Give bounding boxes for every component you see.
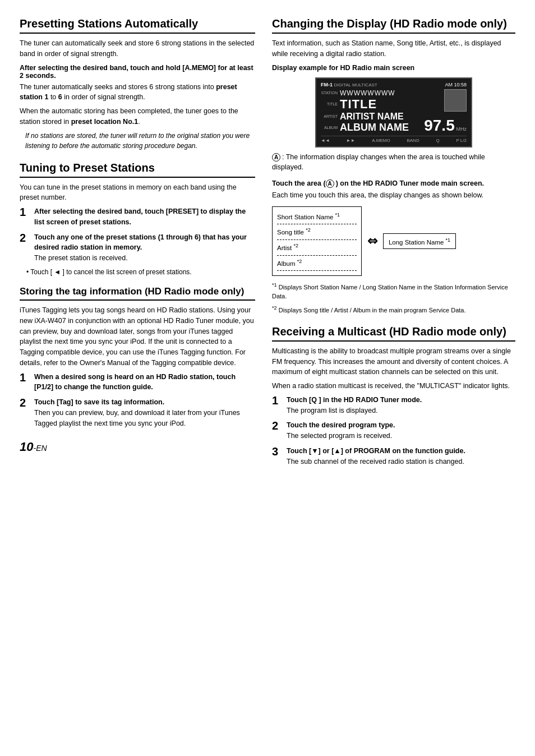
changing-title: Changing the Display (HD Radio mode only… bbox=[272, 17, 515, 34]
hd-album-row: ALBUM ALBUM NAME bbox=[321, 122, 421, 133]
hd-freq-unit: MHz bbox=[456, 126, 467, 132]
storing-step1-bold: When a desired song is heard on an HD Ra… bbox=[34, 373, 236, 391]
circle-a-icon: A bbox=[272, 153, 280, 162]
display-box-right: Long Station Name *1 bbox=[383, 233, 456, 250]
footnote-2: *2 Displays Song title / Artist / Album … bbox=[272, 305, 515, 315]
multicast-step1: 1 Touch [Q ] in the HD RADIO Tuner mode.… bbox=[272, 395, 515, 416]
presetting-body1: The tuner automatically seeks and stores… bbox=[20, 82, 255, 103]
storing-step2-bold: Touch [Tag] to save its tag information. bbox=[34, 398, 164, 406]
footnote-marker-2: *2 bbox=[306, 227, 311, 233]
p12-key: [P1/2] bbox=[34, 383, 53, 391]
multicast-section: Receiving a Multicast (HD Radio mode onl… bbox=[272, 325, 515, 467]
hd-album-art bbox=[444, 89, 467, 112]
step-number-2c: 2 bbox=[272, 420, 282, 431]
display-switch-diagram: Short Station Name *1 Song title *2 Arti… bbox=[272, 206, 515, 276]
hd-fm-label: FM-1 DIGITAL MULTICAST bbox=[321, 82, 377, 87]
storing-step1-content: When a desired song is heard on an HD Ra… bbox=[34, 372, 255, 393]
changing-section: Changing the Display (HD Radio mode only… bbox=[272, 17, 515, 315]
touch-area-title: Touch the area (A) on the HD RADIO Tuner… bbox=[272, 179, 515, 188]
program-key: PROGRAM bbox=[354, 447, 390, 455]
hd-right-col: 97.5 MHz bbox=[424, 89, 467, 133]
tuning-section: Tuning to Preset Stations You can tune i… bbox=[20, 161, 255, 276]
footnote-marker-1b: *1 bbox=[446, 237, 451, 243]
footnote-marker-1: *1 bbox=[335, 212, 340, 218]
hd-frequency: 97.5 MHz bbox=[424, 118, 467, 133]
multicast-title: Receiving a Multicast (HD Radio mode onl… bbox=[272, 325, 515, 342]
hd-album: ALBUM NAME bbox=[340, 122, 409, 133]
dashed-line-1 bbox=[277, 224, 357, 224]
footnote-marker-2c: *2 bbox=[297, 259, 302, 264]
storing-section: Storing the tag information (HD Radio mo… bbox=[20, 286, 255, 429]
tuning-step2: 2 Touch any one of the preset stations (… bbox=[20, 232, 255, 264]
hd-top-bar: FM-1 DIGITAL MULTICAST AM 10:58 bbox=[321, 82, 467, 87]
tuning-step2-bold: Touch any one of the preset stations (1 … bbox=[34, 233, 247, 252]
artist-line: Artist *2 bbox=[277, 241, 357, 254]
multicast-step1-content: Touch [Q ] in the HD RADIO Tuner mode. T… bbox=[287, 395, 422, 416]
multicast-step2-bold: Touch the desired program type. bbox=[287, 421, 395, 429]
presetting-bold-label: After selecting the desired band, touch … bbox=[20, 64, 255, 80]
tuning-step1: 1 After selecting the desired band, touc… bbox=[20, 206, 255, 228]
song-title-line: Song title *2 bbox=[277, 225, 357, 238]
footnote-1: *1 Displays Short Station Name / Long St… bbox=[272, 282, 515, 301]
multicast-step1-bold: Touch [Q ] in the HD RADIO Tuner mode. bbox=[287, 396, 422, 404]
tuning-step2-content: Touch any one of the preset stations (1 … bbox=[34, 232, 255, 264]
footnote-marker-2b: *2 bbox=[293, 243, 298, 248]
step-number-1: 1 bbox=[20, 206, 30, 218]
tuning-step1-content: After selecting the desired band, touch … bbox=[34, 206, 255, 228]
multicast-step2: 2 Touch the desired program type. The se… bbox=[272, 420, 515, 441]
hd-btn-amemo: A.MEMO bbox=[372, 138, 390, 143]
changing-intro: Text information, such as Station name, … bbox=[272, 38, 515, 59]
hd-btn-prev: ◄◄ bbox=[321, 138, 330, 143]
hd-btn-band: BAND bbox=[407, 138, 419, 143]
multicast-step2-content: Touch the desired program type. The sele… bbox=[287, 420, 395, 441]
short-station-line: Short Station Name *1 bbox=[277, 210, 357, 223]
storing-step2-content: Touch [Tag] to save its tag information.… bbox=[34, 397, 255, 428]
storing-title: Storing the tag information (HD Radio mo… bbox=[20, 286, 255, 301]
hd-time: AM 10:58 bbox=[445, 82, 467, 87]
touch-area-body: Each time you touch this area, the displ… bbox=[272, 190, 515, 201]
step-number-2b: 2 bbox=[20, 397, 30, 408]
hd-artist-row: ARTIST ARITIST NAME bbox=[321, 112, 421, 122]
hd-main-content: STATION WWWWWWWW TITLE TITLE ARTIST ARIT… bbox=[321, 89, 467, 133]
hd-display-wrapper: FM-1 DIGITAL MULTICAST AM 10:58 STATION … bbox=[272, 77, 515, 147]
dashed-line-4 bbox=[277, 270, 357, 271]
hd-btn-skip: ►► bbox=[347, 138, 356, 143]
multicast-step3-bold: Touch [▼] or [▲] of PROGRAM on the funct… bbox=[287, 447, 465, 455]
multicast-intro2: When a radio station multicast is receiv… bbox=[272, 381, 515, 391]
dashed-line-2 bbox=[277, 239, 357, 240]
step-number-1b: 1 bbox=[20, 372, 30, 383]
hd-display: FM-1 DIGITAL MULTICAST AM 10:58 STATION … bbox=[315, 77, 472, 147]
step-number-2: 2 bbox=[20, 232, 30, 243]
amemo-key: [A.MEMO] bbox=[182, 64, 216, 72]
hd-station-name: WWWWWWWW bbox=[340, 89, 395, 97]
artist-label: ARTIST bbox=[321, 114, 338, 118]
display-example-label: Display example for HD Radio main screen bbox=[272, 64, 515, 72]
hd-title: TITLE bbox=[340, 97, 377, 112]
multicast-step3: 3 Touch [▼] or [▲] of PROGRAM on the fun… bbox=[272, 446, 515, 467]
storing-step2: 2 Touch [Tag] to save its tag informatio… bbox=[20, 397, 255, 428]
left-column: Presetting Stations Automatically The tu… bbox=[20, 17, 255, 477]
presetting-title: Presetting Stations Automatically bbox=[20, 17, 255, 34]
hd-bottom-bar: ◄◄ ►► A.MEMO BAND Q P L/2 bbox=[321, 136, 467, 143]
album-label: ALBUM bbox=[321, 126, 338, 130]
hd-artist: ARITIST NAME bbox=[340, 112, 404, 122]
multicast-step1-sub: The program list is displayed. bbox=[287, 407, 378, 414]
preset-key: [PRESET] bbox=[166, 208, 199, 215]
multicast-step3-sub: The sub channel of the received radio st… bbox=[287, 458, 464, 465]
dashed-line-3 bbox=[277, 255, 357, 256]
circle-a-note: A: The information display changes when … bbox=[272, 152, 515, 173]
tag-key: [Tag] bbox=[57, 398, 73, 406]
album-line: Album *2 bbox=[277, 257, 357, 270]
storing-step2-sub: Then you can preview, buy, and download … bbox=[34, 409, 240, 427]
storing-step1: 1 When a desired song is heard on an HD … bbox=[20, 372, 255, 393]
presetting-intro: The tuner can automatically seek and sto… bbox=[20, 38, 255, 59]
tuning-title: Tuning to Preset Stations bbox=[20, 161, 255, 178]
hd-title-row: TITLE TITLE bbox=[321, 97, 421, 112]
page-number: 10-EN bbox=[20, 440, 255, 454]
storing-intro: iTunes Tagging lets you tag songs heard … bbox=[20, 305, 255, 368]
multicast-step2-sub: The selected program is received. bbox=[287, 432, 392, 440]
step-number-1c: 1 bbox=[272, 395, 282, 406]
tuning-step2-sub: The preset station is received. bbox=[34, 254, 128, 262]
circle-a-icon-2: A bbox=[326, 179, 334, 188]
tuning-intro: You can tune in the preset stations in m… bbox=[20, 182, 255, 204]
